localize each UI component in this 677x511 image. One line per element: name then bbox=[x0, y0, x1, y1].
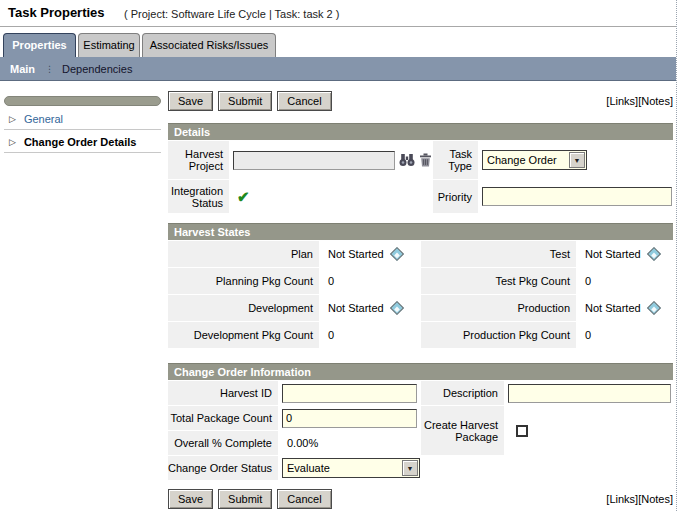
details-section: Details Harvest Project bbox=[168, 123, 673, 213]
toolbar-bottom: Save Submit Cancel [Links][Notes] bbox=[168, 488, 673, 510]
details-section-header: Details bbox=[168, 123, 673, 140]
sidebar-item-general[interactable]: General bbox=[4, 108, 161, 130]
state-diamond-icon bbox=[647, 301, 661, 315]
production-pkg-count-value: 0 bbox=[580, 329, 591, 341]
header-divider bbox=[0, 26, 677, 27]
tab-estimating[interactable]: Estimating bbox=[78, 33, 140, 57]
production-pkg-count-label: Production Pkg Count bbox=[421, 322, 576, 348]
description-input[interactable] bbox=[508, 384, 671, 403]
state-diamond-icon bbox=[390, 247, 404, 261]
state-diamond-icon bbox=[390, 301, 404, 315]
triangle-right-icon bbox=[9, 137, 16, 147]
change-order-information-section: Change Order Information Harvest ID Desc… bbox=[168, 363, 673, 480]
harvest-id-label: Harvest ID bbox=[168, 381, 278, 405]
task-type-selected-value: Change Order bbox=[487, 154, 557, 166]
production-state-value: Not Started bbox=[580, 302, 641, 314]
development-state-value: Not Started bbox=[323, 302, 384, 314]
test-label: Test bbox=[421, 241, 576, 267]
submit-button[interactable]: Submit bbox=[218, 489, 272, 509]
create-harvest-package-checkbox[interactable] bbox=[516, 425, 528, 437]
task-properties-window: Task Properties ( Project: Software Life… bbox=[0, 0, 677, 511]
test-state-value: Not Started bbox=[580, 248, 641, 260]
sidebar-item-label: General bbox=[24, 113, 63, 125]
change-order-status-select[interactable]: Evaluate bbox=[282, 458, 420, 478]
overall-pct-complete-value: 0.00% bbox=[282, 437, 318, 449]
page-title: Task Properties bbox=[8, 5, 105, 20]
harvest-project-label: Harvest Project bbox=[168, 141, 229, 179]
harvest-states-section: Harvest States Plan Not Started Test Not… bbox=[168, 223, 673, 348]
tab-properties[interactable]: Properties bbox=[3, 33, 76, 57]
integration-status-label: Integration Status bbox=[168, 180, 229, 213]
cancel-button[interactable]: Cancel bbox=[277, 91, 331, 111]
create-harvest-package-label: Create Harvest Package bbox=[421, 406, 504, 455]
triangle-right-icon bbox=[9, 114, 16, 124]
subnav-bar: Main Dependencies bbox=[0, 57, 677, 81]
sidebar-item-change-order-details[interactable]: Change Order Details bbox=[4, 131, 161, 153]
delete-trash-icon[interactable] bbox=[419, 153, 432, 167]
harvest-project-input[interactable] bbox=[233, 151, 395, 170]
sidebar-header-bar bbox=[4, 96, 161, 106]
notes-link[interactable]: [Notes] bbox=[638, 95, 673, 107]
change-order-status-selected-value: Evaluate bbox=[287, 462, 330, 474]
save-button[interactable]: Save bbox=[168, 91, 213, 111]
development-pkg-count-label: Development Pkg Count bbox=[168, 322, 319, 348]
description-label: Description bbox=[421, 381, 504, 405]
chevron-down-icon[interactable] bbox=[402, 460, 418, 476]
priority-label: Priority bbox=[433, 180, 478, 213]
development-pkg-count-value: 0 bbox=[323, 329, 334, 341]
browse-binoculars-icon[interactable] bbox=[399, 153, 415, 167]
harvest-states-section-header: Harvest States bbox=[168, 223, 673, 240]
sidebar-item-label: Change Order Details bbox=[24, 136, 136, 148]
change-order-status-label: Change Order Status bbox=[168, 456, 278, 480]
total-package-count-input[interactable] bbox=[282, 409, 417, 428]
integration-status-check-icon bbox=[237, 188, 250, 206]
submit-button[interactable]: Submit bbox=[218, 91, 272, 111]
tab-associated-risks-issues[interactable]: Associated Risks/Issues bbox=[142, 33, 276, 57]
plan-label: Plan bbox=[168, 241, 319, 267]
chevron-down-icon[interactable] bbox=[569, 152, 585, 168]
harvest-id-input[interactable] bbox=[282, 384, 417, 403]
production-label: Production bbox=[421, 295, 576, 321]
state-diamond-icon bbox=[647, 247, 661, 261]
development-label: Development bbox=[168, 295, 319, 321]
subnav-divider-icon bbox=[45, 64, 54, 74]
total-package-count-label: Total Package Count bbox=[168, 406, 278, 430]
planning-pkg-count-label: Planning Pkg Count bbox=[168, 268, 319, 294]
toolbar-top: Save Submit Cancel [Links][Notes] bbox=[168, 90, 673, 112]
links-link[interactable]: [Links] bbox=[606, 493, 638, 505]
test-pkg-count-value: 0 bbox=[580, 275, 591, 287]
save-button[interactable]: Save bbox=[168, 489, 213, 509]
subnav-item-main[interactable]: Main bbox=[10, 63, 35, 75]
change-order-section-header: Change Order Information bbox=[168, 363, 673, 380]
cancel-button[interactable]: Cancel bbox=[277, 489, 331, 509]
links-link[interactable]: [Links] bbox=[606, 95, 638, 107]
planning-pkg-count-value: 0 bbox=[323, 275, 334, 287]
notes-link[interactable]: [Notes] bbox=[638, 493, 673, 505]
plan-state-value: Not Started bbox=[323, 248, 384, 260]
task-type-label: Task Type bbox=[433, 141, 478, 179]
page-subtitle: ( Project: Software Life Cycle | Task: t… bbox=[124, 8, 339, 20]
priority-input[interactable] bbox=[482, 187, 672, 206]
test-pkg-count-label: Test Pkg Count bbox=[421, 268, 576, 294]
empty-cell bbox=[421, 456, 673, 480]
subnav-item-dependencies[interactable]: Dependencies bbox=[62, 63, 132, 75]
overall-pct-complete-label: Overall % Complete bbox=[168, 431, 278, 455]
task-type-select[interactable]: Change Order bbox=[482, 150, 587, 170]
